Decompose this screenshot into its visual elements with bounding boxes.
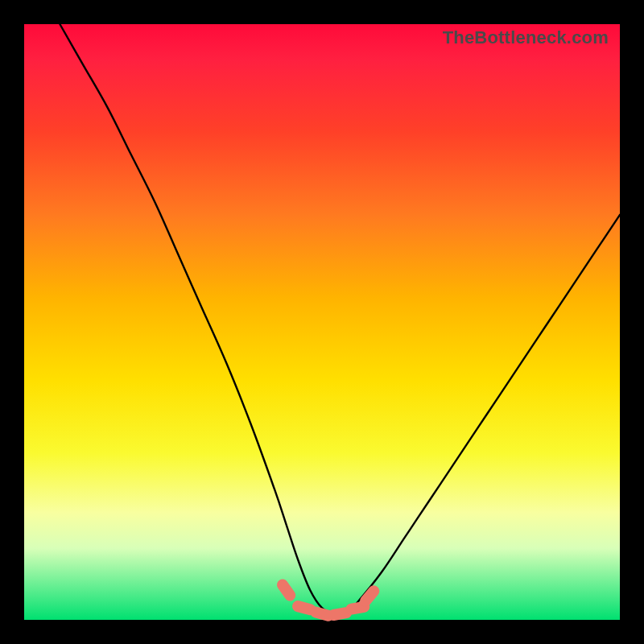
plot-area: TheBottleneck.com — [24, 24, 620, 620]
fit-marker-group — [275, 577, 382, 623]
bottleneck-curve-path — [60, 24, 620, 615]
bottleneck-curve-svg — [24, 24, 620, 620]
fit-marker — [275, 577, 298, 604]
outer-frame: TheBottleneck.com — [0, 0, 644, 644]
